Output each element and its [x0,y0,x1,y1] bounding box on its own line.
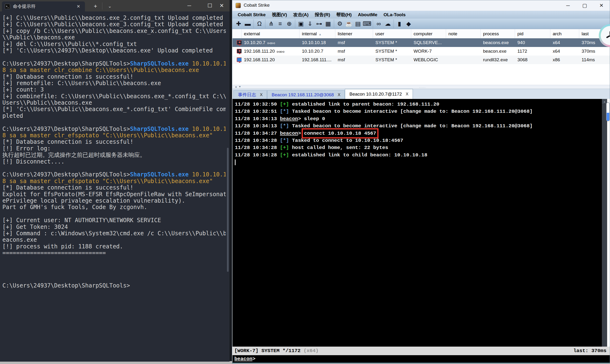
menu-item-3[interactable]: 报告(R) [312,11,333,19]
terminal-line: [+] C:\\Users\\Public\\beacons.exe_3.con… [2,21,226,28]
terminal-line: [+] combinefile: C:\\Users\\Public\\beac… [2,93,226,100]
terminal-line: \\Public\\beacons.exe [2,34,226,41]
menu-item-2[interactable]: 攻击(A) [290,11,312,19]
screen: >_ 命令提示符 ✕ + ⌄ ─ ☐ ✕ [+] C:\\Users\\Publ… [0,0,610,364]
splitter-collapse-icons[interactable]: ▲▼ [235,85,242,88]
screenshot-image-icon[interactable]: ▦ [324,20,333,28]
terminal-line: 执行超时已过期。完成操作之前已超时或服务器未响应。 [2,152,226,158]
menu-item-5[interactable]: AboutMe [355,11,380,19]
terminal-line: [+] count: 3 [2,87,226,93]
session-row[interactable]: 192.168.111.20o-oo-o10.10.20.7msfSYSTEM … [233,47,610,55]
terminal-line [2,211,226,217]
overlay-scroll-capsule[interactable] [606,102,610,121]
terminal-line: [+] Get Token: 3024 [2,224,226,230]
plus-icon[interactable]: ✚ [234,20,243,28]
menu-item-4[interactable]: 帮助(H) [333,11,355,19]
terminal-minimize-button[interactable]: ─ [182,0,197,12]
menu-item-cobalt-strike[interactable]: Cobalt Strike [235,11,269,19]
graph-nodes-icon[interactable]: ⋔ [267,20,276,28]
tab-close-icon[interactable]: X [260,92,263,97]
cloud-icon[interactable]: ☁ [383,20,392,28]
terminal-line: [*] Database connection is successful! [2,139,226,145]
console-tab[interactable]: Beacon 10.10.20.7@1172X [345,89,413,99]
new-tab-button[interactable]: + [90,2,101,11]
column-header-internal[interactable]: internal▲ [300,29,335,38]
cs-minimize-button[interactable]: ─ [561,0,575,11]
terminal-close-button[interactable]: ✕ [214,0,229,12]
tab-dropdown-icon[interactable]: ⌄ [105,2,115,11]
console-line: 11/28 10:34:28 [+] established link to c… [235,152,602,159]
download-icon[interactable]: ⇓ [305,20,315,28]
terminal-line [2,54,226,60]
terminal-line [2,256,226,263]
cell-user: SYSTEM * [373,47,411,55]
cell-listener: msf [335,47,373,55]
cube-icon[interactable]: ◆ [404,20,413,28]
terminal-scrollbar-thumb[interactable] [227,148,229,272]
column-header-computer[interactable]: computer [411,29,446,38]
beacon-prompt: beacon [234,356,252,362]
cell-arch: x64 [550,38,579,47]
cs-close-button[interactable]: ✕ [594,0,609,11]
splitter-bar[interactable]: ▲▼ ····· [233,85,610,89]
headphones-icon[interactable]: Ω [255,20,264,28]
console-scrollbar[interactable]: ▲ [602,99,607,347]
column-header-user[interactable]: user [373,29,411,38]
menu-item-1[interactable]: 视图(V) [269,11,290,19]
beacon-console[interactable]: 11/28 10:32:50 [+] established link to p… [233,99,602,347]
console-cursor-line [235,159,602,166]
column-header-pid[interactable]: pid [515,29,550,38]
id-card-icon[interactable]: ▣ [296,20,305,28]
sessions-table-header[interactable]: externalinternal▲listenerusercomputernot… [233,29,610,38]
cell-process: beacon.exe [481,47,515,55]
menu-item-6[interactable]: OLa-Tools [380,11,409,19]
console-tab[interactable]: Beacon 192.168.111.20@3068X [267,90,345,99]
cell-user: SYSTEM * [373,38,411,47]
cell-process: rundll32.exe [481,55,515,64]
cs-maximize-button[interactable]: ▢ [577,0,592,11]
key-icon[interactable]: ⊶ [315,20,324,28]
terminal-line: [+] copy /b C:\\Users\\Public\\beacons.e… [2,28,226,34]
console-window-icon[interactable]: ⌨ [362,20,372,28]
close-tab-icon[interactable]: ✕ [75,3,82,10]
coffee-cup-icon[interactable]: ☕ [344,20,353,28]
column-header-listener[interactable]: listener [335,29,373,38]
notes-file-icon[interactable]: ▤ [353,20,362,28]
terminal-tab[interactable]: >_ 命令提示符 ✕ [2,1,85,12]
splitter-grip-icon[interactable]: ····· [419,86,426,89]
computer-monitor-icon [237,49,241,53]
target-crosshair-icon[interactable]: ⊕ [285,20,294,28]
book-icon[interactable]: ▮ [395,20,404,28]
link-chain-icon: o-oo-o [267,41,275,45]
cell-arch: x86 [550,55,579,64]
terminal-window: >_ 命令提示符 ✕ + ⌄ ─ ☐ ✕ [+] C:\\Users\\Publ… [0,0,230,362]
column-header-process[interactable]: process [481,29,515,38]
gear-icon[interactable]: ⚙ [335,20,344,28]
column-header-external[interactable]: external [241,29,300,38]
console-tab[interactable]: 事件日志X [233,90,267,99]
terminal-line: [+] Command : c:\Windows\System32\cmd.ex… [2,230,226,237]
session-row[interactable]: 192.168.111.20192.168.111....msfSYSTEM *… [233,55,610,64]
terminal-body[interactable]: [+] C:\\Users\\Public\\beacons.exe_2.con… [2,15,226,361]
beacon-command-input[interactable]: beacon> [233,355,610,363]
tab-close-icon[interactable]: X [338,92,340,97]
cell-user: SYSTEM * [373,55,411,64]
console-line: 11/28 10:32:50 [+] established link to p… [235,101,602,108]
terminal-line [2,276,226,283]
console-tab-label: 事件日志 [238,92,256,98]
terminal-line: [+] del C:\\Users\\Public\\*.config_txt [2,41,226,47]
table-list-icon[interactable]: ≡ [276,20,285,28]
cell-last: 114ms [579,55,610,64]
terminal-line: C:\Users\24937\Desktop\SharpSQLTools>Sha… [2,171,226,178]
tab-close-icon[interactable]: X [406,92,408,97]
column-header-arch[interactable]: arch [550,29,579,38]
terminal-line: [!] process with pid: 1188 created. [2,243,226,250]
minus-icon[interactable]: ▬ [243,20,252,28]
terminal-line: Part of GMH's fuck Tools, Code By zcgonv… [2,204,226,210]
toolbar-separator [373,19,373,28]
session-row[interactable]: 10.10.20.7o-oo-o10.10.10.18msfSYSTEM *SQ… [233,38,610,47]
terminal-line: 8 sa sa master clr_efspotato "C:\\Users\… [2,132,226,139]
chain-link-icon[interactable]: ∞ [374,20,383,28]
column-header-note[interactable]: note [446,29,481,38]
console-line: 11/28 10:34:27 beacon> connect 10.10.10.… [235,130,602,137]
